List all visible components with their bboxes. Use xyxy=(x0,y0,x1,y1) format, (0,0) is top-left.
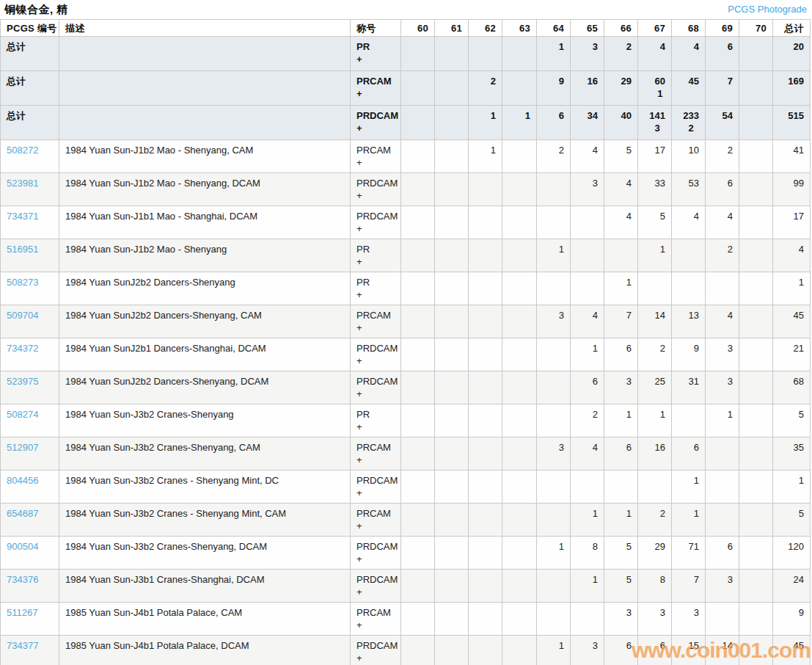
pcgs-number-link[interactable]: 523981 xyxy=(7,178,38,189)
grade-count-cell: 1 xyxy=(537,537,571,570)
grade-count-cell xyxy=(571,272,604,305)
pcgs-number-link[interactable]: 734371 xyxy=(7,211,38,222)
designation-label: PRCAM xyxy=(356,441,395,454)
total-count-cell: 68 xyxy=(773,371,811,404)
grade-count-cell: 2 xyxy=(604,37,638,71)
pcgs-number-link[interactable]: 734376 xyxy=(7,574,38,585)
grade-count-cell xyxy=(739,470,773,504)
total-count-cell: 1 xyxy=(773,470,811,504)
grade-count-cell xyxy=(502,470,537,504)
designation-cell: PRDCAM+ xyxy=(351,106,401,140)
grade-count-cell xyxy=(435,537,469,570)
total-count-cell: 21 xyxy=(773,338,811,371)
designation-label: PR xyxy=(356,40,395,53)
grade-count-cell xyxy=(401,206,435,239)
grade-count-primary: 141 xyxy=(649,109,665,122)
description-cell: 1984 Yuan Sun-J1b2 Mao - Shenyang xyxy=(59,239,351,272)
grade-count-cell: 33 xyxy=(638,173,672,206)
pcgs-number-link[interactable]: 654687 xyxy=(7,508,38,519)
grade-count-cell: 1 xyxy=(502,106,537,140)
designation-label: PRDCAM xyxy=(356,474,395,487)
grade-count-cell xyxy=(401,570,435,603)
grade-count-cell xyxy=(469,470,502,504)
designation-label: PRCAM xyxy=(356,507,395,520)
coin-row: 5169511984 Yuan Sun-J1b2 Mao - ShenyangP… xyxy=(1,239,811,272)
coin-row: 5112671985 Yuan Sun-J4b1 Potala Palace, … xyxy=(1,603,811,636)
grade-count-cell xyxy=(401,603,435,636)
grade-count-cell: 4 xyxy=(672,37,706,71)
pcgs-number-cell: 734371 xyxy=(1,206,59,239)
grade-count-cell xyxy=(401,239,435,272)
grade-count-cell: 2 xyxy=(638,504,672,537)
pcgs-number-cell: 523975 xyxy=(1,371,59,404)
grade-count-cell: 5 xyxy=(604,140,638,173)
grade-count-cell: 1 xyxy=(706,404,739,437)
pcgs-number-link[interactable]: 804456 xyxy=(7,475,38,486)
description-cell: 1985 Yuan Sun-J4b1 Potala Palace, DCAM xyxy=(59,636,351,665)
pcgs-number-link[interactable]: 508272 xyxy=(7,145,38,156)
grade-count-cell: 29 xyxy=(604,71,638,106)
pcgs-number-link[interactable]: 509704 xyxy=(7,310,38,321)
grade-count-cell: 1 xyxy=(571,504,604,537)
total-count-cell: 24 xyxy=(773,570,811,603)
pcgs-photograde-link[interactable]: PCGS Photograde xyxy=(728,4,807,15)
designation-plus: + xyxy=(356,388,395,400)
grade-count-cell xyxy=(401,338,435,371)
designation-plus: + xyxy=(356,520,395,532)
grade-count-cell xyxy=(435,37,469,71)
pcgs-number-link[interactable]: 734377 xyxy=(7,640,38,651)
pcgs-number-link[interactable]: 516951 xyxy=(7,244,38,255)
grade-count-cell xyxy=(502,140,537,173)
pcgs-number-link[interactable]: 511267 xyxy=(7,607,37,618)
designation-cell: PRDCAM+ xyxy=(351,206,401,239)
coin-row: 5082731984 Yuan SunJ2b2 Dancers-Shenyang… xyxy=(1,272,811,305)
designation-plus: + xyxy=(356,87,395,100)
pcgs-number-cell: 总计 xyxy=(1,71,59,106)
grade-count-cell: 71 xyxy=(672,537,706,570)
grade-count-cell xyxy=(435,437,469,470)
designation-plus: + xyxy=(356,421,395,433)
designation-label: PRCAM xyxy=(356,144,395,156)
pcgs-number-link[interactable]: 734372 xyxy=(7,343,38,354)
grade-count-cell: 6 xyxy=(571,371,604,404)
grade-count-cell: 2 xyxy=(571,404,604,437)
pcgs-number-link[interactable]: 508273 xyxy=(7,277,38,288)
pcgs-number-cell: 734372 xyxy=(1,338,59,371)
grade-count-cell: 3 xyxy=(571,37,604,71)
pcgs-number-link[interactable]: 523975 xyxy=(7,376,38,387)
designation-label: PRDCAM xyxy=(356,573,395,586)
grade-count-cell xyxy=(469,173,502,206)
total-count-cell: 9 xyxy=(773,603,811,636)
column-header-8: 65 xyxy=(571,20,604,37)
grade-count-cell xyxy=(706,272,739,305)
grade-count-cell xyxy=(739,537,773,570)
grade-count-multiline: 1413 xyxy=(649,109,665,134)
grade-count-cell: 10 xyxy=(672,140,706,173)
grade-count-cell xyxy=(604,239,638,272)
designation-cell: PRCAM+ xyxy=(351,140,401,173)
grade-count-cell xyxy=(502,239,537,272)
grade-count-cell xyxy=(435,140,469,173)
description-cell: 1984 Yuan SunJ2b2 Dancers-Shenyang, DCAM xyxy=(59,371,351,404)
column-header-13: 70 xyxy=(739,20,773,37)
pcgs-number-link[interactable]: 512907 xyxy=(7,442,38,453)
total-row: 总计PRCAM+291629601457169 xyxy=(1,71,811,106)
grade-count-cell: 1 xyxy=(672,504,706,537)
designation-label: PR xyxy=(356,408,395,421)
grade-count-cell: 14 xyxy=(638,305,672,338)
grade-count-cell xyxy=(401,537,435,570)
grade-count-cell xyxy=(739,239,773,272)
grade-count-cell xyxy=(537,173,571,206)
designation-cell: PR+ xyxy=(351,272,401,305)
pcgs-number-link[interactable]: 900504 xyxy=(7,541,38,552)
designation-plus: + xyxy=(356,355,395,367)
grade-count-primary: 233 xyxy=(683,109,699,122)
pcgs-number-link[interactable]: 508274 xyxy=(7,409,38,420)
grade-count-cell: 31 xyxy=(672,371,706,404)
designation-cell: PRDCAM+ xyxy=(351,470,401,504)
grade-count-cell: 3 xyxy=(537,437,571,470)
grade-count-cell: 14 xyxy=(706,636,739,665)
total-count-cell: 45 xyxy=(773,636,811,665)
grade-count-cell xyxy=(502,437,537,470)
total-count-cell: 20 xyxy=(773,37,811,71)
